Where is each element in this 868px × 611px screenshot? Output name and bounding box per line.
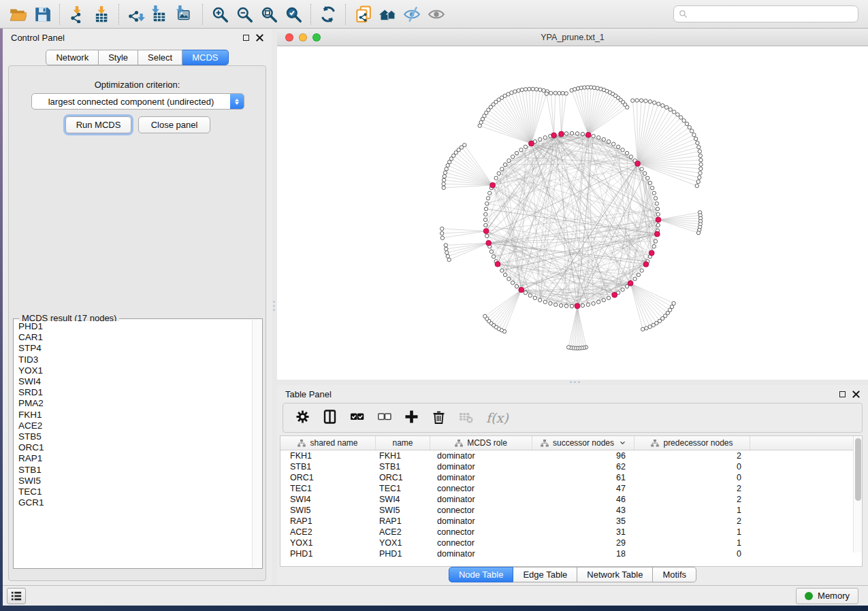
mcds-result-item[interactable]: STP4 [18, 343, 252, 354]
show-all-icon [428, 5, 445, 23]
column-header-name[interactable]: name [376, 436, 430, 450]
memory-button[interactable]: Memory [796, 588, 858, 604]
mcds-result-item[interactable]: SWI4 [18, 376, 252, 387]
table-row-PHD1[interactable]: PHD1PHD1dominator180 [280, 548, 862, 559]
mcds-result-item[interactable]: GCR1 [18, 497, 252, 508]
mcds-node [551, 133, 557, 138]
mcds-result-item[interactable]: FKH1 [18, 410, 252, 420]
mcds-result-item[interactable]: SWI5 [18, 476, 252, 486]
settings-gear-button[interactable] [295, 410, 310, 426]
select-all-button[interactable] [350, 410, 364, 426]
hide-selected-button[interactable] [400, 3, 424, 26]
close-window-light[interactable] [285, 33, 293, 42]
mcds-result-item[interactable]: PHD1 [18, 321, 252, 332]
minimize-window-light[interactable] [299, 33, 307, 42]
close-panel-button[interactable]: Close panel [138, 116, 210, 133]
import-network-button[interactable] [65, 3, 89, 26]
cell-shared-name: RAP1 [280, 516, 376, 527]
mcds-result-list[interactable]: PHD1CAR1STP4TID3YOX1SWI4SRD1PMA2FKH1ACE2… [14, 321, 252, 567]
network-canvas[interactable] [277, 46, 868, 380]
close-panel-icon[interactable] [256, 34, 263, 42]
mcds-result-item[interactable]: PMA2 [18, 398, 252, 409]
hide-selected-icon [403, 5, 421, 23]
mcds-result-item[interactable]: RAP1 [18, 453, 252, 464]
delete-row-button[interactable] [432, 410, 446, 426]
zoom-fit-button[interactable] [257, 3, 281, 26]
maximize-window-light[interactable] [312, 33, 321, 42]
table-row-SWI4[interactable]: SWI4SWI4dominator462 [280, 494, 862, 505]
table-row-SWI5[interactable]: SWI5SWI5connector431 [280, 505, 862, 516]
table-row-ORC1[interactable]: ORC1ORC1dominator610 [280, 472, 862, 483]
open-file-button[interactable] [5, 3, 30, 26]
horizontal-splitter[interactable] [277, 380, 868, 385]
table-scrollbar[interactable] [853, 436, 862, 552]
add-row-button[interactable] [404, 410, 419, 426]
table-row-STB1[interactable]: STB1STB1dominator620 [280, 461, 862, 472]
import-table-button[interactable] [89, 3, 114, 26]
table-row-RAP1[interactable]: RAP1RAP1dominator352 [280, 516, 862, 527]
cell-successor-nodes: 35 [532, 516, 634, 527]
mcds-result-item[interactable]: STB1 [18, 465, 252, 476]
export-network-button[interactable] [124, 3, 148, 26]
export-image-button[interactable] [173, 3, 197, 26]
run-mcds-button[interactable]: Run MCDS [65, 116, 131, 133]
table-row-TEC1[interactable]: TEC1TEC1connector472 [280, 483, 862, 494]
copy-network-view-button[interactable] [351, 3, 375, 26]
column-header-successor-nodes[interactable]: successor nodes [532, 436, 634, 450]
search-box[interactable] [673, 5, 858, 22]
tab-node-table[interactable]: Node Table [449, 567, 514, 582]
export-table-button[interactable] [148, 3, 173, 26]
mcds-list-scrollbar[interactable] [252, 320, 261, 567]
mcds-result-item[interactable]: ACE2 [18, 420, 252, 431]
open-file-icon [9, 5, 27, 23]
tab-style[interactable]: Style [99, 50, 138, 65]
zoom-out-button[interactable] [232, 3, 257, 26]
column-header-MCDS-role[interactable]: MCDS role [430, 436, 532, 450]
tab-motifs[interactable]: Motifs [653, 567, 696, 582]
cell-successor-nodes: 61 [532, 472, 634, 483]
cell-MCDS-role: dominator [430, 461, 532, 472]
deselect-all-icon [377, 410, 391, 424]
cell-name: ORC1 [376, 472, 430, 483]
cell-MCDS-role: dominator [430, 548, 532, 559]
cell-name: SWI5 [376, 505, 430, 516]
toolbar-separator [310, 4, 311, 24]
show-all-button[interactable] [424, 3, 449, 26]
network-window-titlebar[interactable]: YPA_prune.txt_1 [277, 29, 868, 46]
float-table-panel-icon[interactable] [839, 391, 846, 397]
mcds-result-item[interactable]: YOX1 [18, 365, 252, 376]
tab-network[interactable]: Network [46, 50, 99, 65]
table-row-FKH1[interactable]: FKH1FKH1dominator962 [280, 450, 862, 461]
tab-network-table[interactable]: Network Table [577, 567, 653, 582]
attribute-type-icon [455, 440, 463, 447]
mcds-result-item[interactable]: CAR1 [18, 332, 252, 343]
search-input[interactable] [688, 7, 858, 21]
float-panel-icon[interactable] [243, 35, 249, 41]
mcds-result-item[interactable]: STB5 [18, 431, 252, 442]
mcds-result-item[interactable]: TEC1 [18, 486, 252, 497]
zoom-selected-button[interactable] [281, 3, 306, 26]
tab-edge-table[interactable]: Edge Table [513, 567, 577, 582]
criterion-dropdown[interactable]: largest connected component (undirected) [31, 93, 244, 110]
mcds-result-item[interactable]: SRD1 [18, 387, 252, 398]
toolbar-separator [345, 4, 346, 24]
deselect-all-button[interactable] [377, 410, 391, 426]
zoom-in-button[interactable] [208, 3, 232, 26]
close-table-panel-icon[interactable] [852, 391, 860, 398]
column-header-predecessor-nodes[interactable]: predecessor nodes [634, 436, 750, 450]
home-all-button[interactable] [375, 3, 400, 26]
save-session-button[interactable] [30, 3, 54, 26]
refresh-view-button[interactable] [316, 3, 340, 26]
vertical-splitter[interactable] [272, 29, 277, 585]
column-manager-button[interactable] [323, 410, 337, 426]
table-row-YOX1[interactable]: YOX1YOX1connector291 [280, 538, 862, 548]
copy-network-view-icon [354, 5, 372, 23]
table-row-ACE2[interactable]: ACE2ACE2connector311 [280, 527, 862, 538]
mcds-result-item[interactable]: ORC1 [18, 442, 252, 453]
tab-select[interactable]: Select [138, 50, 182, 65]
cell-name: STB1 [376, 461, 430, 472]
column-header-shared-name[interactable]: shared name [280, 436, 376, 450]
task-history-button[interactable] [7, 588, 26, 604]
tab-mcds[interactable]: MCDS [182, 50, 228, 65]
mcds-result-item[interactable]: TID3 [18, 354, 252, 365]
